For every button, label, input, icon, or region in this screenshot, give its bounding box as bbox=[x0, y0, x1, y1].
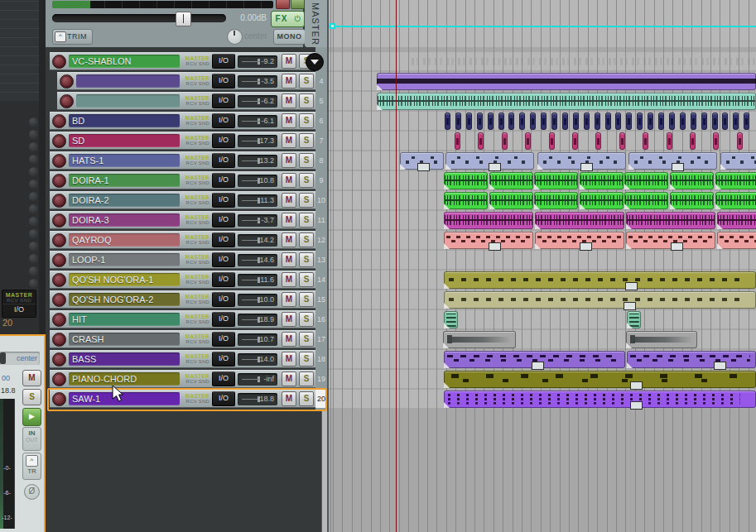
track-number-cell[interactable]: 6 bbox=[315, 112, 327, 130]
track-name-field[interactable]: QO'SH NOG'ORA-1 bbox=[69, 273, 180, 286]
mute-button[interactable]: M bbox=[282, 193, 296, 208]
track-row-BASS[interactable]: BASSMASTERRCV SNDI/O-14.0MS bbox=[50, 350, 315, 368]
mute-button[interactable]: M bbox=[282, 352, 296, 367]
solo-button[interactable]: S bbox=[299, 332, 314, 347]
track-name-field[interactable]: HATS-1 bbox=[69, 154, 180, 167]
loop-point-handle[interactable] bbox=[532, 362, 544, 370]
solo-button[interactable]: S bbox=[299, 352, 314, 367]
loop-point-handle[interactable] bbox=[672, 163, 684, 171]
media-item[interactable] bbox=[595, 132, 601, 150]
track-row-CRASH[interactable]: CRASHMASTERRCV SNDI/O-10.7MS bbox=[50, 330, 315, 348]
track-row-4[interactable]: MASTERRCV SNDI/O-3.5MS bbox=[57, 72, 315, 90]
mixer-routing-button[interactable]: MASTER RCV SND I/O bbox=[2, 290, 36, 318]
record-arm-button[interactable] bbox=[52, 273, 66, 287]
volume-readout[interactable]: -inf bbox=[238, 373, 277, 386]
media-item[interactable] bbox=[377, 93, 756, 110]
volume-readout[interactable]: -14.0 bbox=[238, 353, 277, 366]
track-name-field[interactable] bbox=[76, 94, 180, 108]
solo-button[interactable]: S bbox=[299, 232, 314, 247]
io-button[interactable]: I/O bbox=[212, 391, 235, 406]
io-button[interactable]: I/O bbox=[212, 133, 235, 148]
fade-in-handle[interactable] bbox=[626, 223, 632, 229]
track-number-cell[interactable]: 5 bbox=[315, 92, 327, 110]
media-item[interactable] bbox=[444, 212, 533, 229]
track-number-cell[interactable]: 14 bbox=[315, 271, 327, 289]
fade-in-handle[interactable] bbox=[445, 164, 451, 170]
track-row-DOIRA-2[interactable]: DOIRA-2MASTERRCV SNDI/O-11.3MS bbox=[50, 191, 315, 209]
solo-button[interactable]: S bbox=[299, 133, 314, 148]
volume-readout[interactable]: -14.6 bbox=[238, 254, 277, 266]
media-item[interactable] bbox=[691, 113, 696, 130]
fade-in-handle[interactable] bbox=[626, 343, 632, 348]
track-row-LOOP-1[interactable]: LOOP-1MASTERRCV SNDI/O-14.6MS bbox=[50, 251, 315, 269]
volume-readout[interactable]: -18.9 bbox=[238, 314, 277, 326]
loop-point-handle[interactable] bbox=[625, 282, 638, 290]
record-arm-button[interactable] bbox=[52, 392, 66, 406]
io-button[interactable]: I/O bbox=[212, 371, 235, 386]
track-name-field[interactable]: BD bbox=[69, 114, 180, 127]
volume-readout[interactable]: -13.2 bbox=[238, 155, 277, 167]
fade-in-handle[interactable] bbox=[489, 204, 495, 209]
media-item[interactable] bbox=[444, 391, 756, 408]
media-item[interactable] bbox=[701, 113, 707, 130]
media-item[interactable] bbox=[445, 152, 534, 170]
volume-readout[interactable]: -11.6 bbox=[238, 274, 277, 286]
media-item[interactable] bbox=[498, 113, 504, 130]
media-item[interactable] bbox=[488, 113, 494, 130]
master-mono-button[interactable]: MONO bbox=[273, 29, 306, 45]
io-button[interactable]: I/O bbox=[212, 252, 235, 267]
media-item[interactable] bbox=[627, 311, 641, 328]
mute-button[interactable]: M bbox=[282, 272, 296, 287]
track-row-DOIRA-3[interactable]: DOIRA-3MASTERRCV SNDI/O-3.7MS bbox=[50, 211, 315, 229]
media-item[interactable] bbox=[443, 331, 516, 348]
media-item[interactable] bbox=[626, 331, 697, 348]
record-arm-button[interactable] bbox=[52, 313, 66, 327]
mute-button[interactable]: M bbox=[282, 74, 296, 89]
fade-in-handle[interactable] bbox=[444, 223, 450, 229]
track-number-cell[interactable]: 8 bbox=[315, 151, 327, 170]
track-number-cell[interactable]: 17 bbox=[315, 330, 327, 348]
volume-readout[interactable]: -9.2 bbox=[238, 55, 277, 68]
volume-readout[interactable]: -18.8 bbox=[238, 393, 277, 405]
track-row-PIANO-CHORD[interactable]: PIANO-CHORDMASTERRCV SNDI/O-infMS bbox=[50, 370, 315, 388]
track-name-field[interactable]: LOOP-1 bbox=[69, 253, 180, 266]
fade-in-handle[interactable] bbox=[580, 204, 585, 209]
loop-point-handle[interactable] bbox=[489, 242, 501, 251]
master-tab[interactable]: MASTER bbox=[305, 0, 327, 47]
solo-button[interactable]: S bbox=[299, 193, 314, 208]
solo-button[interactable]: S bbox=[299, 312, 314, 327]
media-item[interactable] bbox=[525, 132, 531, 150]
track-name-field[interactable]: QAYROQ bbox=[69, 233, 180, 247]
media-item[interactable] bbox=[667, 132, 672, 150]
track-number-cell[interactable]: 4 bbox=[315, 72, 327, 90]
media-item[interactable] bbox=[669, 113, 675, 130]
io-button[interactable]: I/O bbox=[212, 153, 235, 168]
master-fader-handle[interactable] bbox=[176, 12, 191, 26]
mute-button[interactable]: M bbox=[282, 332, 296, 347]
io-button[interactable]: I/O bbox=[212, 352, 235, 367]
solo-button[interactable]: S bbox=[299, 93, 314, 108]
pan-slider-handle[interactable] bbox=[0, 352, 6, 364]
media-item[interactable] bbox=[444, 271, 756, 289]
folder-collapse-button[interactable] bbox=[306, 53, 324, 71]
track-row-BD[interactable]: BDMASTERRCV SNDI/O-6.1MS bbox=[50, 112, 315, 130]
master-solo-button[interactable] bbox=[291, 0, 305, 9]
track-row-QO'SH NOG'ORA-1[interactable]: QO'SH NOG'ORA-1MASTERRCV SNDI/O-11.6MS bbox=[50, 271, 315, 289]
record-arm-button[interactable] bbox=[52, 134, 66, 148]
record-arm-button[interactable] bbox=[52, 293, 66, 307]
volume-readout[interactable]: -10.8 bbox=[238, 175, 277, 187]
fade-in-handle[interactable] bbox=[444, 243, 450, 249]
io-button[interactable]: I/O bbox=[212, 272, 235, 287]
media-item[interactable] bbox=[670, 192, 714, 209]
track-row-QO'SH NOG'ORA-2[interactable]: QO'SH NOG'ORA-2MASTERRCV SNDI/O-10.0MS bbox=[50, 290, 315, 309]
fade-in-handle[interactable] bbox=[717, 223, 723, 229]
solo-button[interactable]: S bbox=[299, 74, 314, 89]
media-item[interactable] bbox=[628, 152, 717, 170]
media-item[interactable] bbox=[455, 132, 460, 150]
media-item[interactable] bbox=[534, 192, 578, 209]
solo-button[interactable]: S bbox=[299, 292, 314, 307]
io-button[interactable]: I/O bbox=[212, 193, 235, 208]
loop-point-handle[interactable] bbox=[417, 163, 430, 171]
envelope-point[interactable] bbox=[330, 23, 335, 29]
mute-button[interactable]: M bbox=[282, 54, 296, 69]
